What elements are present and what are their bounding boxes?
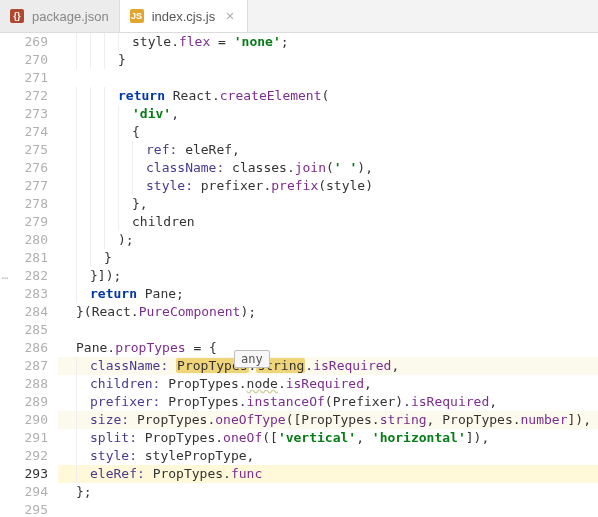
line-number: 288 xyxy=(10,375,48,393)
line-number: 280 xyxy=(10,231,48,249)
line-number: 287 xyxy=(10,357,48,375)
line-number: 276 xyxy=(10,159,48,177)
folding-ellipsis: … xyxy=(0,33,10,517)
code-line[interactable]: className: PropTypes.string.isRequired, xyxy=(58,357,598,375)
line-number: 284 xyxy=(10,303,48,321)
code-line[interactable]: ); xyxy=(58,231,598,249)
code-line[interactable]: split: PropTypes.oneOf(['vertical', 'hor… xyxy=(58,429,598,447)
line-number: 293 xyxy=(10,465,48,483)
line-number: 271 xyxy=(10,69,48,87)
tab-label: index.cjs.js xyxy=(152,9,216,24)
line-number: 278 xyxy=(10,195,48,213)
line-number: 275 xyxy=(10,141,48,159)
code-area[interactable]: style.flex = 'none';}return React.create… xyxy=(58,33,598,517)
line-number: 277 xyxy=(10,177,48,195)
close-icon[interactable]: × xyxy=(223,8,237,24)
code-line[interactable]: } xyxy=(58,51,598,69)
code-line[interactable]: return Pane; xyxy=(58,285,598,303)
line-number: 285 xyxy=(10,321,48,339)
line-number: 294 xyxy=(10,483,48,501)
code-line[interactable]: eleRef: PropTypes.func xyxy=(58,465,598,483)
tab-bar: {} package.json JS index.cjs.js × xyxy=(0,0,598,33)
tab-package-json[interactable]: {} package.json xyxy=(0,0,120,32)
line-number: 289 xyxy=(10,393,48,411)
code-line[interactable]: style: prefixer.prefix(style) xyxy=(58,177,598,195)
code-line[interactable]: return React.createElement( xyxy=(58,87,598,105)
code-line[interactable]: }, xyxy=(58,195,598,213)
code-line[interactable]: 'div', xyxy=(58,105,598,123)
line-number: 291 xyxy=(10,429,48,447)
line-number: 274 xyxy=(10,123,48,141)
code-line[interactable]: className: classes.join(' '), xyxy=(58,159,598,177)
tab-label: package.json xyxy=(32,9,109,24)
line-number: 292 xyxy=(10,447,48,465)
line-number: 270 xyxy=(10,51,48,69)
line-number-gutter: 2692702712722732742752762772782792802812… xyxy=(10,33,58,517)
code-line[interactable]: style: stylePropType, xyxy=(58,447,598,465)
line-number: 282 xyxy=(10,267,48,285)
code-line[interactable]: Pane.propTypes = { xyxy=(58,339,598,357)
line-number: 273 xyxy=(10,105,48,123)
line-number: 283 xyxy=(10,285,48,303)
code-line[interactable]: }]); xyxy=(58,267,598,285)
line-number: 272 xyxy=(10,87,48,105)
code-line[interactable]: } xyxy=(58,249,598,267)
code-line[interactable]: prefixer: PropTypes.instanceOf(Prefixer)… xyxy=(58,393,598,411)
line-number: 269 xyxy=(10,33,48,51)
code-editor[interactable]: … 26927027127227327427527627727827928028… xyxy=(0,33,598,517)
json-file-icon: {} xyxy=(10,9,24,23)
js-file-icon: JS xyxy=(130,9,144,23)
type-hint-popup: any xyxy=(234,350,270,368)
code-line[interactable]: size: PropTypes.oneOfType([PropTypes.str… xyxy=(58,411,598,429)
code-line[interactable] xyxy=(58,501,598,517)
code-line[interactable]: }(React.PureComponent); xyxy=(58,303,598,321)
code-line[interactable]: style.flex = 'none'; xyxy=(58,33,598,51)
code-line[interactable]: }; xyxy=(58,483,598,501)
line-number: 281 xyxy=(10,249,48,267)
line-number: 290 xyxy=(10,411,48,429)
tab-index-cjs[interactable]: JS index.cjs.js × xyxy=(120,0,249,32)
code-line[interactable] xyxy=(58,69,598,87)
code-line[interactable]: { xyxy=(58,123,598,141)
line-number: 279 xyxy=(10,213,48,231)
line-number: 286 xyxy=(10,339,48,357)
code-line[interactable]: ref: eleRef, xyxy=(58,141,598,159)
line-number: 295 xyxy=(10,501,48,517)
code-line[interactable] xyxy=(58,321,598,339)
code-line[interactable]: children xyxy=(58,213,598,231)
code-line[interactable]: children: PropTypes.node.isRequired, xyxy=(58,375,598,393)
